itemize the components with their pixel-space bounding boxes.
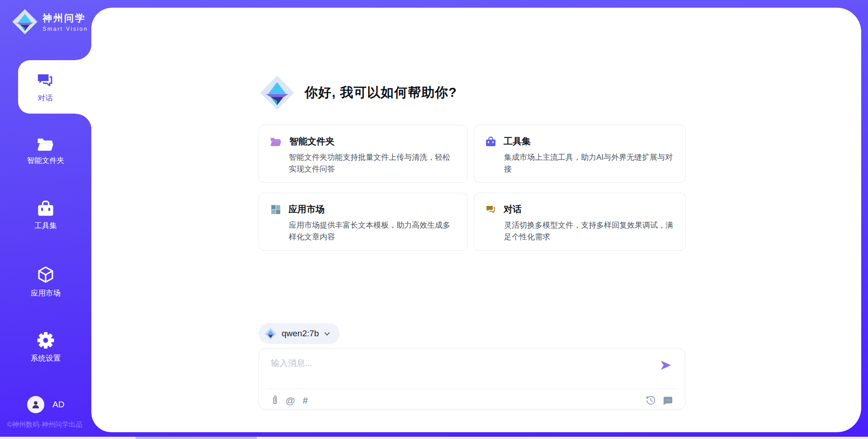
greeting-block: 你好, 我可以如何帮助你? [259, 75, 457, 110]
card-smart-folder[interactable]: 智能文件夹 智能文件夹功能支持批量文件上传与清洗，轻松实现文件问答 [259, 125, 468, 183]
card-description: 应用市场提供丰富长文本模板，助力高效生成多样化文章内容 [289, 220, 457, 243]
gem-logo-icon [259, 75, 295, 110]
card-toolset[interactable]: 工具集 集成市场上主流工具，助力AI与外界无缝扩展与对接 [474, 125, 686, 183]
message-composer: @ # [259, 348, 685, 410]
brand-subtitle: Smart Vision [42, 26, 88, 32]
card-title: 对话 [504, 203, 522, 215]
user-initials: AD [52, 400, 64, 410]
horizontal-scrollbar-thumb[interactable] [136, 437, 257, 439]
card-description: 智能文件夹功能支持批量文件上传与清洗，轻松实现文件问答 [289, 152, 457, 175]
cube-icon [36, 265, 55, 284]
sidebar-item-label: 工具集 [34, 221, 57, 231]
gear-icon [37, 331, 55, 349]
gem-logo-icon [12, 9, 38, 35]
chevron-down-icon [324, 330, 330, 337]
card-description: 集成市场上主流工具，助力AI与外界无缝扩展与对接 [504, 152, 675, 175]
chat-icon [485, 204, 496, 215]
history-icon[interactable] [646, 395, 656, 406]
sidebar-item-label: 对话 [38, 93, 53, 103]
folder-icon [37, 136, 55, 152]
card-chat[interactable]: 对话 灵活切换多模型文件，支持多样回复效果调试，满足个性化需求 [474, 193, 686, 251]
main-panel: 你好, 我可以如何帮助你? 智能文件夹 智能文件夹功能支持批量文件上传与清洗，轻… [91, 8, 861, 432]
card-title: 智能文件夹 [289, 135, 335, 148]
card-app-market[interactable]: 应用市场 应用市场提供丰富长文本模板，助力高效生成多样化文章内容 [259, 193, 468, 251]
paperclip-icon[interactable] [271, 395, 278, 406]
tab-curve-top [75, 44, 92, 60]
brand-logo: 神州问学 Smart Vision [12, 9, 88, 35]
model-selector[interactable]: qwen2:7b [259, 323, 340, 344]
avatar [27, 396, 44, 413]
copyright-text: ©神州数码·神州问学出品 [7, 420, 82, 429]
sidebar-item-app-market[interactable]: 应用市场 [0, 265, 91, 298]
sidebar-item-label: 应用市场 [31, 288, 61, 298]
grid-icon [270, 204, 281, 215]
sidebar-item-toolset[interactable]: 工具集 [0, 200, 91, 231]
model-name: qwen2:7b [282, 329, 319, 339]
sidebar-item-label: 系统设置 [31, 353, 61, 363]
folder-icon [270, 136, 282, 147]
composer-divider [268, 388, 676, 389]
card-title: 工具集 [504, 135, 531, 148]
feature-cards: 智能文件夹 智能文件夹功能支持批量文件上传与清洗，轻松实现文件问答 工具集 集成… [259, 125, 686, 251]
send-icon[interactable] [660, 359, 672, 371]
chat-icon [36, 71, 55, 90]
chat-square-icon[interactable] [663, 395, 673, 406]
gem-icon [264, 328, 277, 340]
sidebar-item-settings[interactable]: 系统设置 [0, 331, 91, 363]
greeting-text: 你好, 我可以如何帮助你? [305, 84, 457, 102]
message-input[interactable] [271, 358, 759, 384]
sidebar-item-label: 智能文件夹 [27, 156, 65, 166]
tab-curve-bottom [75, 114, 92, 130]
sidebar-item-chat[interactable]: 对话 [18, 60, 92, 114]
at-icon[interactable]: @ [286, 396, 295, 405]
sidebar-item-folders[interactable]: 智能文件夹 [0, 136, 91, 166]
toolbox-icon [37, 200, 55, 217]
horizontal-scrollbar-track [0, 437, 868, 439]
card-title: 应用市场 [288, 203, 325, 215]
toolbox-icon [485, 136, 496, 147]
hash-icon[interactable]: # [302, 396, 308, 405]
brand-name: 神州问学 [42, 12, 88, 24]
user-profile[interactable]: AD [27, 396, 64, 413]
card-description: 灵活切换多模型文件，支持多样回复效果调试，满足个性化需求 [504, 220, 675, 243]
person-icon [31, 400, 41, 410]
